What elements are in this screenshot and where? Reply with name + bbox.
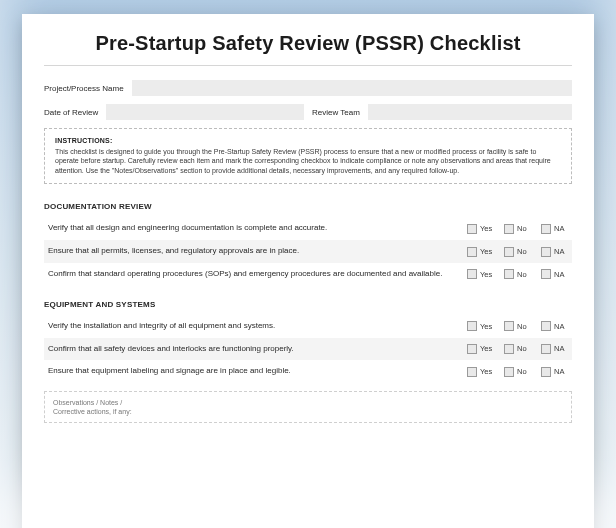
checkbox-yes[interactable] [467,367,477,377]
meta-row-date-team: Date of Review Review Team [44,104,572,120]
checkbox-yes[interactable] [467,247,477,257]
checklist-item: Confirm that standard operating procedur… [44,263,572,286]
item-text: Confirm that all safety devices and inte… [48,344,459,355]
section-title: DOCUMENTATION REVIEW [44,202,572,211]
opt-no: No [517,322,531,331]
checkbox-na[interactable] [541,247,551,257]
item-text: Verify that all design and engineering d… [48,223,459,234]
checklist-item: Ensure that all permits, licenses, and r… [44,240,572,263]
instructions-heading: INSTRUCTIONS: [55,137,561,144]
item-text: Confirm that standard operating procedur… [48,269,459,280]
item-options: Yes No NA [467,344,568,354]
checkbox-no[interactable] [504,247,514,257]
notes-box[interactable]: Observations / Notes / Corrective action… [44,391,572,423]
opt-no: No [517,247,531,256]
checkbox-no[interactable] [504,344,514,354]
checkbox-no[interactable] [504,321,514,331]
opt-yes: Yes [480,344,494,353]
opt-na: NA [554,367,568,376]
opt-na: NA [554,247,568,256]
checklist-item: Verify that all design and engineering d… [44,217,572,240]
checklist-item: Confirm that all safety devices and inte… [44,338,572,361]
project-input[interactable] [132,80,572,96]
page-title: Pre-Startup Safety Review (PSSR) Checkli… [44,32,572,65]
divider [44,65,572,66]
item-text: Verify the installation and integrity of… [48,321,459,332]
checkbox-na[interactable] [541,367,551,377]
checkbox-yes[interactable] [467,269,477,279]
item-options: Yes No NA [467,367,568,377]
opt-na: NA [554,344,568,353]
instructions-body: This checklist is designed to guide you … [55,147,561,175]
date-input[interactable] [106,104,304,120]
team-input[interactable] [368,104,572,120]
opt-yes: Yes [480,367,494,376]
notes-label: Observations / Notes / Corrective action… [53,398,143,416]
item-text: Ensure that all permits, licenses, and r… [48,246,459,257]
opt-no: No [517,367,531,376]
checkbox-no[interactable] [504,269,514,279]
checkbox-yes[interactable] [467,344,477,354]
opt-yes: Yes [480,270,494,279]
section-title: EQUIPMENT AND SYSTEMS [44,300,572,309]
item-options: Yes No NA [467,247,568,257]
checkbox-na[interactable] [541,344,551,354]
date-label: Date of Review [44,108,98,117]
team-label: Review Team [312,108,360,117]
checklist-item: Verify the installation and integrity of… [44,315,572,338]
checkbox-na[interactable] [541,269,551,279]
checkbox-yes[interactable] [467,224,477,234]
checkbox-na[interactable] [541,224,551,234]
item-options: Yes No NA [467,321,568,331]
checkbox-na[interactable] [541,321,551,331]
opt-yes: Yes [480,224,494,233]
meta-row-project: Project/Process Name [44,80,572,96]
item-text: Ensure that equipment labeling and signa… [48,366,459,377]
checkbox-no[interactable] [504,367,514,377]
opt-yes: Yes [480,322,494,331]
opt-na: NA [554,322,568,331]
opt-no: No [517,270,531,279]
item-options: Yes No NA [467,269,568,279]
opt-no: No [517,344,531,353]
opt-na: NA [554,270,568,279]
checkbox-yes[interactable] [467,321,477,331]
opt-no: No [517,224,531,233]
item-options: Yes No NA [467,224,568,234]
checklist-item: Ensure that equipment labeling and signa… [44,360,572,383]
checkbox-no[interactable] [504,224,514,234]
document-page: Pre-Startup Safety Review (PSSR) Checkli… [22,14,594,528]
project-label: Project/Process Name [44,84,124,93]
opt-na: NA [554,224,568,233]
instructions-box: INSTRUCTIONS: This checklist is designed… [44,128,572,184]
opt-yes: Yes [480,247,494,256]
